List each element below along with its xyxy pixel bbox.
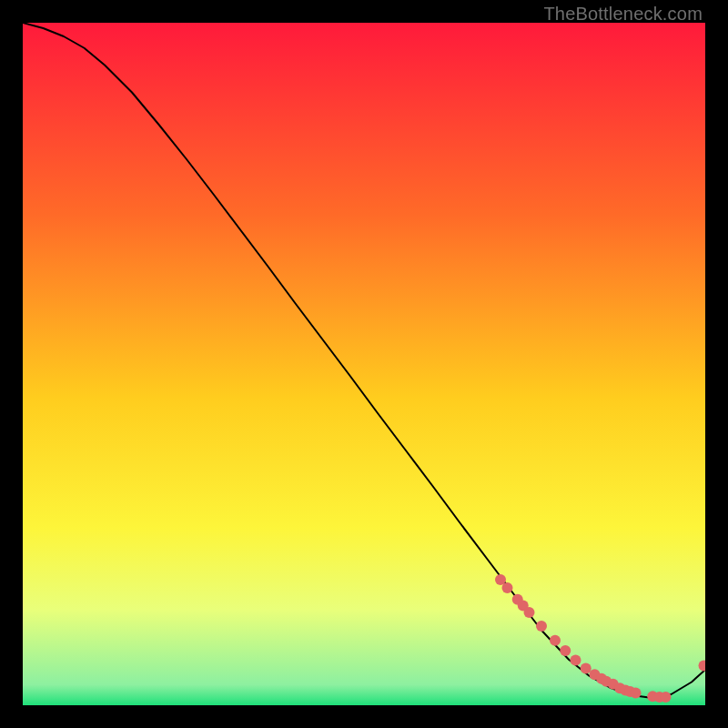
chart-root: TheBottleneck.com (0, 0, 728, 728)
data-marker (550, 635, 561, 646)
chart-svg (23, 23, 705, 705)
data-marker (581, 663, 592, 674)
data-marker (560, 645, 571, 656)
data-marker (661, 692, 672, 703)
data-marker (631, 688, 642, 699)
watermark-text: TheBottleneck.com (543, 4, 703, 25)
data-marker (524, 607, 535, 618)
data-marker (502, 582, 513, 593)
plot-area (23, 23, 705, 705)
data-marker (571, 655, 581, 666)
data-marker (536, 621, 547, 632)
gradient-background (23, 23, 705, 705)
